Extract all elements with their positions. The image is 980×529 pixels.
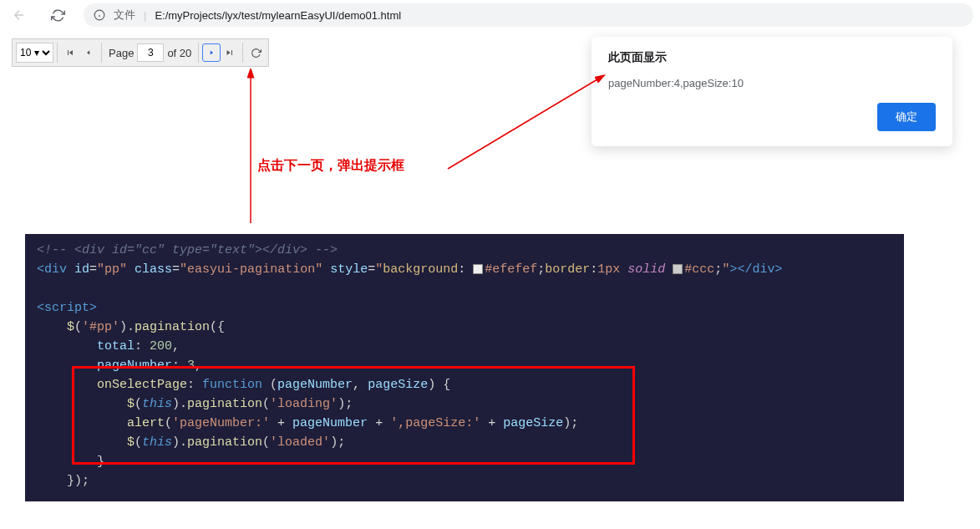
- code-line: <script>: [37, 298, 892, 318]
- info-icon[interactable]: [94, 9, 105, 21]
- file-label: 文件: [114, 8, 135, 23]
- separator: [57, 43, 58, 63]
- code-line: }: [37, 452, 892, 471]
- code-line: onSelectPage: function (pageNumber, page…: [37, 375, 892, 394]
- browser-toolbar: 文件 | E:/myProjects/lyx/test/mylearnEasyU…: [0, 0, 980, 30]
- code-line: [37, 279, 892, 298]
- reload-button[interactable]: [45, 3, 70, 28]
- arrow-up: [242, 69, 259, 226]
- pagination-toolbar: 10 ▾ Page of 20: [12, 38, 269, 67]
- of-label: of 20: [164, 47, 195, 59]
- code-line: $('#pp').pagination({: [37, 318, 892, 337]
- alert-dialog: 此页面显示 pageNumber:4,pageSize:10 确定: [592, 37, 952, 146]
- code-line: <div id="pp" class="easyui-pagination" s…: [37, 260, 892, 279]
- code-line: $(this).pagination('loaded');: [37, 433, 892, 452]
- ok-button[interactable]: 确定: [877, 103, 936, 131]
- back-button[interactable]: [7, 3, 32, 28]
- page-input[interactable]: [137, 43, 164, 62]
- separator: [198, 43, 199, 63]
- page-size-select[interactable]: 10 ▾: [16, 43, 53, 63]
- code-line: });: [37, 471, 892, 491]
- code-line: $(this).pagination('loading');: [37, 394, 892, 414]
- url-text: E:/myProjects/lyx/test/mylearnEasyUI/dem…: [155, 9, 401, 22]
- prev-page-button[interactable]: [79, 43, 98, 62]
- code-line: alert('pageNumber:' + pageNumber + ',pag…: [37, 414, 892, 433]
- arrow-diagonal: [444, 74, 612, 174]
- alert-message: pageNumber:4,pageSize:10: [608, 77, 936, 89]
- svg-line-4: [448, 77, 602, 169]
- separator: [242, 43, 243, 63]
- code-block: <!-- <div id="cc" type="text"></div> -->…: [25, 234, 904, 501]
- last-page-button[interactable]: [221, 43, 239, 62]
- code-line: pageNumber: 3,: [37, 356, 892, 375]
- refresh-button[interactable]: [246, 43, 265, 62]
- addr-divider: |: [144, 9, 146, 22]
- next-page-button[interactable]: [202, 43, 221, 62]
- annotation-text: 点击下一页，弹出提示框: [257, 157, 404, 175]
- alert-title: 此页面显示: [608, 50, 936, 65]
- address-bar[interactable]: 文件 | E:/myProjects/lyx/test/mylearnEasyU…: [84, 3, 973, 27]
- code-line: <!-- <div id="cc" type="text"></div> -->: [37, 241, 892, 260]
- separator: [101, 43, 102, 63]
- page-label: Page: [105, 47, 137, 59]
- code-line: total: 200,: [37, 337, 892, 356]
- first-page-button[interactable]: [61, 43, 79, 62]
